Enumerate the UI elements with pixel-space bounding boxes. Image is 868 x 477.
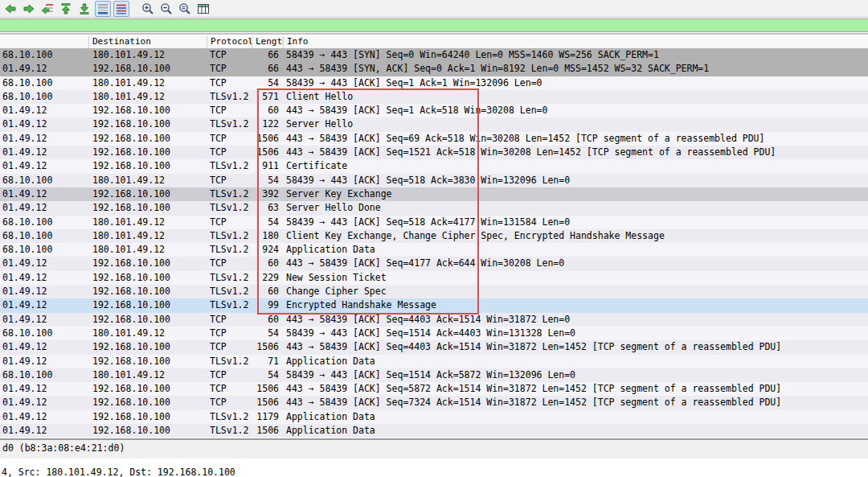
packet-row[interactable]: 01.49.12192.168.10.100TLSv1.21506Applica…	[0, 424, 868, 438]
packet-cell-len: 1179	[252, 410, 283, 424]
packet-cell-src: 01.49.12	[0, 285, 88, 298]
packet-row[interactable]: 68.10.100180.101.49.12TLSv1.2924Applicat…	[0, 243, 868, 257]
packet-cell-len: 180	[252, 229, 283, 243]
packet-cell-info: Encrypted Handshake Message	[283, 298, 868, 312]
packet-row[interactable]: 01.49.12192.168.10.100TLSv1.2229New Sess…	[0, 271, 868, 285]
column-header-protocol[interactable]: Protocol	[207, 36, 252, 48]
packet-cell-len: 60	[252, 313, 283, 327]
packet-row[interactable]: 01.49.12192.168.10.100TLSv1.2392Server K…	[0, 187, 868, 201]
go-forward-icon[interactable]	[21, 1, 37, 17]
packet-cell-len: 392	[252, 187, 283, 201]
packet-cell-len: 66	[252, 48, 283, 62]
packet-row[interactable]: 68.10.100180.101.49.12TCP6658439 → 443 […	[0, 48, 868, 62]
packet-cell-dst: 192.168.10.100	[88, 159, 207, 173]
packet-cell-len: 54	[252, 327, 283, 340]
packet-row[interactable]: 01.49.12192.168.10.100TCP1506443 → 58439…	[0, 146, 868, 159]
zoom-in-icon[interactable]	[140, 1, 156, 17]
packet-row[interactable]: 01.49.12192.168.10.100TCP1506443 → 58439…	[0, 382, 868, 396]
packet-row[interactable]: 01.49.12192.168.10.100TLSv1.263Server He…	[0, 201, 868, 215]
packet-cell-len: 1506	[252, 146, 283, 159]
column-header-info[interactable]: Info	[283, 36, 868, 48]
packet-row[interactable]: 01.49.12192.168.10.100TCP1506443 → 58439…	[0, 396, 868, 409]
packet-row[interactable]: 68.10.100180.101.49.12TCP5458439 → 443 […	[0, 327, 868, 340]
packet-cell-len: 229	[252, 271, 283, 285]
packet-cell-info: 58439 → 443 [ACK] Seq=1 Ack=1 Win=132096…	[283, 76, 868, 90]
packet-cell-info: 58439 → 443 [ACK] Seq=518 Ack=3830 Win=1…	[283, 174, 868, 187]
packet-cell-dst: 192.168.10.100	[88, 271, 207, 285]
packet-row[interactable]: 01.49.12192.168.10.100TLSv1.21179Applica…	[0, 410, 868, 424]
go-to-last-icon[interactable]	[76, 1, 92, 17]
column-header-destination[interactable]: Destination	[88, 36, 207, 48]
go-to-packet-icon[interactable]	[39, 1, 55, 17]
packet-cell-dst: 192.168.10.100	[88, 410, 207, 424]
packet-cell-src: 01.49.12	[0, 62, 88, 76]
packet-cell-proto: TLSv1.2	[207, 271, 252, 285]
packet-cell-proto: TLSv1.2	[207, 201, 252, 215]
packet-cell-info: Change Cipher Spec	[283, 285, 868, 298]
packet-row[interactable]: 68.10.100180.101.49.12TCP5458439 → 443 […	[0, 174, 868, 187]
packet-cell-info: Application Data	[283, 410, 868, 424]
packet-cell-info: 58439 → 443 [ACK] Seq=518 Ack=4177 Win=1…	[283, 216, 868, 229]
packet-row[interactable]: 01.49.12192.168.10.100TCP60443 → 58439 […	[0, 257, 868, 270]
packet-row[interactable]: 68.10.100180.101.49.12TCP5458439 → 443 […	[0, 76, 868, 90]
packet-row[interactable]: 01.49.12192.168.10.100TLSv1.299Encrypted…	[0, 298, 868, 312]
column-header-length[interactable]: Length	[252, 36, 283, 48]
colorize-icon[interactable]	[113, 1, 129, 17]
detail-tree-line-ethernet[interactable]: d0 (b8:3a:08:e4:21:d0)	[0, 440, 868, 456]
packet-cell-info: 443 → 58439 [ACK] Seq=4177 Ack=644 Win=3…	[283, 257, 868, 270]
packet-cell-info: 443 → 58439 [ACK] Seq=4403 Ack=1514 Win=…	[283, 313, 868, 327]
zoom-normal-icon[interactable]	[177, 1, 193, 17]
packet-cell-len: 54	[252, 368, 283, 382]
packet-row[interactable]: 68.10.100180.101.49.12TLSv1.2571Client H…	[0, 90, 868, 104]
packet-cell-src: 68.10.100	[0, 327, 88, 340]
packet-row[interactable]: 01.49.12192.168.10.100TCP60443 → 58439 […	[0, 104, 868, 117]
packet-row[interactable]: 01.49.12192.168.10.100TLSv1.260Change Ci…	[0, 285, 868, 298]
packet-cell-dst: 180.101.49.12	[88, 229, 207, 243]
packet-row[interactable]: 01.49.12192.168.10.100TCP1506443 → 58439…	[0, 340, 868, 354]
packet-cell-proto: TLSv1.2	[207, 243, 252, 257]
filter-input[interactable]	[0, 19, 868, 31]
packet-cell-proto: TLSv1.2	[207, 285, 252, 298]
column-header-source[interactable]	[0, 36, 88, 48]
packet-cell-src: 01.49.12	[0, 257, 88, 270]
packet-row[interactable]: 68.10.100180.101.49.12TCP5458439 → 443 […	[0, 368, 868, 382]
packet-cell-proto: TCP	[207, 257, 252, 270]
packet-cell-len: 1506	[252, 340, 283, 354]
packet-cell-len: 71	[252, 355, 283, 368]
packet-row[interactable]: 68.10.100180.101.49.12TLSv1.2180Client K…	[0, 229, 868, 243]
packet-cell-dst: 192.168.10.100	[88, 382, 207, 396]
packet-row[interactable]: 01.49.12192.168.10.100TCP1506443 → 58439…	[0, 132, 868, 146]
packet-cell-len: 60	[252, 285, 283, 298]
packet-cell-dst: 192.168.10.100	[88, 313, 207, 327]
packet-cell-proto: TLSv1.2	[207, 229, 252, 243]
packet-cell-proto: TLSv1.2	[207, 424, 252, 438]
packet-cell-dst: 192.168.10.100	[88, 117, 207, 131]
packet-row[interactable]: 01.49.12192.168.10.100TLSv1.2122Server H…	[0, 117, 868, 131]
filter-bar-divider	[0, 33, 868, 35]
packet-cell-proto: TLSv1.2	[207, 159, 252, 173]
packet-row[interactable]: 01.49.12192.168.10.100TCP60443 → 58439 […	[0, 313, 868, 327]
packet-cell-dst: 192.168.10.100	[88, 187, 207, 201]
packet-cell-len: 1506	[252, 396, 283, 409]
packet-row[interactable]: 01.49.12192.168.10.100TCP66443 → 58439 […	[0, 62, 868, 76]
packet-cell-src: 68.10.100	[0, 243, 88, 257]
auto-scroll-icon[interactable]	[95, 1, 111, 17]
packet-cell-len: 99	[252, 298, 283, 312]
packet-cell-info: 443 → 58439 [ACK] Seq=1 Ack=518 Win=3020…	[283, 104, 868, 117]
packet-cell-dst: 192.168.10.100	[88, 146, 207, 159]
packet-cell-src: 01.49.12	[0, 340, 88, 354]
go-to-first-icon[interactable]	[58, 1, 74, 17]
packet-row[interactable]: 68.10.100180.101.49.12TCP5458439 → 443 […	[0, 216, 868, 229]
packet-cell-info: 58439 → 443 [ACK] Seq=1514 Ack=4403 Win=…	[283, 327, 868, 340]
packet-cell-dst: 180.101.49.12	[88, 174, 207, 187]
packet-row[interactable]: 01.49.12192.168.10.100TLSv1.2911Certific…	[0, 159, 868, 173]
packet-cell-dst: 180.101.49.12	[88, 368, 207, 382]
packet-cell-dst: 192.168.10.100	[88, 424, 207, 438]
detail-tree-line-ipv4[interactable]: 4, Src: 180.101.49.12, Dst: 192.168.10.1…	[2, 467, 235, 477]
packet-cell-src: 01.49.12	[0, 298, 88, 312]
zoom-out-icon[interactable]	[158, 1, 174, 17]
resize-columns-icon[interactable]	[195, 1, 211, 17]
go-back-icon[interactable]	[2, 1, 18, 17]
packet-row[interactable]: 01.49.12192.168.10.100TLSv1.271Applicati…	[0, 355, 868, 368]
wireshark-window: Destination Protocol Length Info 68.10.1…	[0, 0, 868, 477]
